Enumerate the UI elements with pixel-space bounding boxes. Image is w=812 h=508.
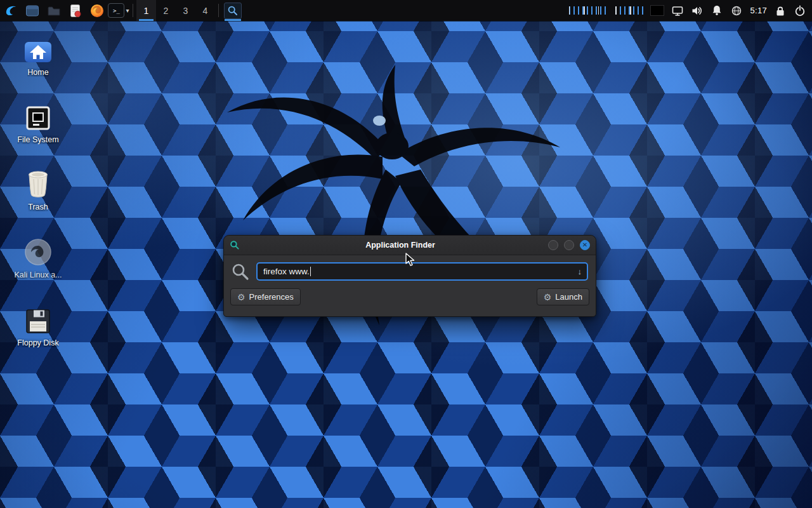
desktop-icon-home[interactable]: Home xyxy=(8,36,69,77)
activity-graph-icon[interactable] xyxy=(569,6,608,15)
close-button[interactable]: ✕ xyxy=(580,240,590,250)
text-editor-launcher[interactable] xyxy=(65,0,86,21)
top-panel: >_ ▾ 1 2 3 4 xyxy=(0,0,812,21)
search-icon xyxy=(227,5,239,17)
globe-icon[interactable] xyxy=(730,4,743,17)
folder-icon xyxy=(47,4,61,18)
launch-button[interactable]: ⚙ Launch xyxy=(537,288,589,305)
system-tray: 5:17 xyxy=(569,0,812,21)
folder-launcher[interactable] xyxy=(43,0,65,21)
workspace-2[interactable]: 2 xyxy=(156,0,176,21)
panel-clock[interactable]: 5:17 xyxy=(750,6,767,15)
lock-icon[interactable] xyxy=(774,4,787,17)
file-manager-icon xyxy=(25,4,39,18)
launch-gear-icon: ⚙ xyxy=(544,293,552,302)
desktop-icon-floppy-disk[interactable]: Floppy Disk xyxy=(8,306,69,347)
display-icon[interactable] xyxy=(671,4,684,17)
window-title: Application Finder xyxy=(262,241,539,250)
application-finder-window: Application Finder ✕ firefox www. ↓ ⚙ Pr… xyxy=(223,235,596,317)
desktop-icon-trash[interactable]: Trash xyxy=(8,170,69,211)
terminal-launcher[interactable]: >_ ▾ xyxy=(108,0,129,21)
preferences-button[interactable]: ⚙ Preferences xyxy=(230,288,301,305)
kali-dragon-artwork xyxy=(170,52,576,370)
text-editor-icon xyxy=(69,4,82,18)
panel-separator xyxy=(218,4,219,17)
floppy-disk-icon xyxy=(25,309,51,334)
workspace-4[interactable]: 4 xyxy=(195,0,215,21)
history-dropdown-arrow-icon[interactable]: ↓ xyxy=(578,267,582,276)
tray-plugin-box[interactable] xyxy=(650,5,664,16)
terminal-icon: >_ xyxy=(108,3,124,18)
firefox-icon xyxy=(90,4,104,18)
desktop-icon-file-system[interactable]: File System xyxy=(8,103,69,144)
search-icon xyxy=(232,263,249,281)
taskbar-application-finder[interactable] xyxy=(222,0,244,21)
panel-separator xyxy=(133,4,133,17)
trash-can-icon xyxy=(27,170,49,198)
kali-badge-icon xyxy=(24,238,52,266)
applications-menu-button[interactable] xyxy=(0,0,22,21)
minimize-button[interactable] xyxy=(548,240,558,250)
workspace-1[interactable]: 1 xyxy=(136,0,156,21)
terminal-dropdown-caret-icon[interactable]: ▾ xyxy=(126,7,129,14)
activity-graph-icon[interactable] xyxy=(615,6,643,15)
app-finder-window-icon xyxy=(230,240,240,250)
logout-power-icon[interactable] xyxy=(794,4,806,17)
close-icon: ✕ xyxy=(582,242,587,248)
search-input-text: firefox www. xyxy=(263,267,310,276)
file-system-icon xyxy=(25,105,51,131)
desktop-icon-kali-docs[interactable]: Kali Linux a... xyxy=(8,238,69,279)
search-input[interactable]: firefox www. ↓ xyxy=(256,262,588,281)
volume-icon[interactable] xyxy=(691,4,704,17)
gear-icon: ⚙ xyxy=(237,293,246,302)
kali-menu-icon xyxy=(4,3,18,18)
workspace-3[interactable]: 3 xyxy=(176,0,195,21)
firefox-launcher[interactable] xyxy=(86,0,108,21)
text-cursor xyxy=(310,267,311,276)
notifications-bell-icon[interactable] xyxy=(710,4,723,17)
file-manager-launcher[interactable] xyxy=(22,0,43,21)
maximize-button[interactable] xyxy=(564,240,574,250)
mouse-cursor xyxy=(405,253,417,267)
home-folder-icon xyxy=(24,41,52,64)
